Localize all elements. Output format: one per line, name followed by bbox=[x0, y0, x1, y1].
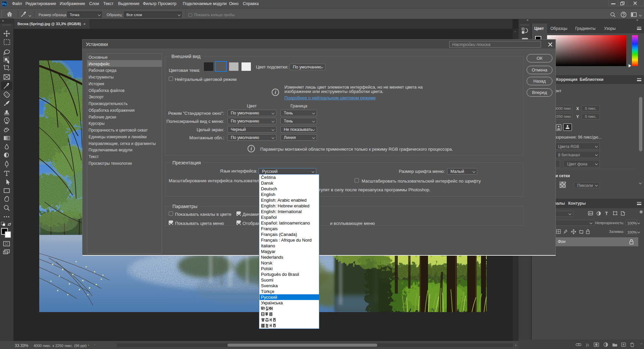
svg-text:fx: fx bbox=[586, 342, 589, 347]
svg-text:T: T bbox=[605, 211, 608, 216]
